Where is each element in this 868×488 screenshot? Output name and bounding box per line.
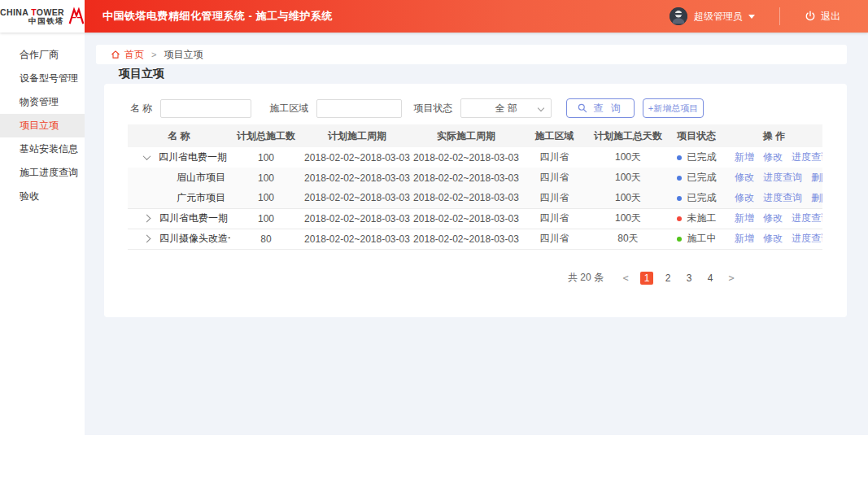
logout-button[interactable]: 退出 — [805, 10, 840, 24]
logout-label: 退出 — [821, 10, 840, 24]
row-action-link[interactable]: 进度查询 — [792, 233, 822, 244]
area-filter-input[interactable] — [316, 99, 402, 118]
pagination-next-button[interactable]: > — [725, 272, 738, 285]
planned-period-cell: 2018-02-02~2018-03-03 — [302, 168, 412, 188]
area-filter-label: 施工区域 — [269, 102, 308, 115]
name-filter-input[interactable] — [160, 99, 251, 118]
status-dot — [677, 216, 682, 221]
project-name: 四川省电费一期 — [159, 151, 227, 163]
table-row: 广元市项目1002018-02-02~2018-03-032018-02-02~… — [128, 188, 822, 208]
row-action-link[interactable]: 进度查询 — [792, 212, 822, 224]
project-name: 眉山市项目 — [177, 172, 225, 183]
project-name: 四川省电费一期 — [159, 212, 228, 224]
pagination-page-button[interactable]: 2 — [661, 272, 674, 285]
column-header: 施工区域 — [520, 124, 589, 147]
expand-row-icon[interactable] — [143, 215, 151, 223]
column-header: 名 称 — [128, 124, 230, 147]
sidebar-item[interactable]: 验收 — [0, 185, 85, 208]
sidebar-item[interactable]: 物资管理 — [0, 90, 85, 114]
actual-period-cell: 2018-02-02~2018-03-03 — [412, 229, 520, 249]
chevron-down-icon — [538, 105, 544, 111]
row-action-link[interactable]: 新增 — [735, 233, 754, 244]
row-action-link[interactable]: 进度查询 — [763, 172, 802, 183]
status-select[interactable]: 全 部 — [460, 98, 552, 118]
planned-days-cell: 100天 — [589, 147, 667, 168]
brand-logo: CHINA TOWER 中国铁塔 — [0, 0, 85, 33]
search-button-label: 查 询 — [593, 102, 622, 115]
actions-cell: 新增修改进度查询删除 — [726, 229, 822, 249]
pagination-page-button[interactable]: 4 — [704, 272, 717, 285]
project-name: 广元市项目 — [177, 192, 225, 203]
user-name[interactable]: 超级管理员 — [694, 10, 743, 24]
column-header: 项目状态 — [667, 124, 726, 147]
projects-table: 名 称计划总施工数计划施工周期实际施工周期施工区域计划施工总天数项目状态操 作 … — [128, 124, 822, 250]
table-row: 眉山市项目1002018-02-02~2018-03-032018-02-02~… — [128, 168, 822, 188]
status-badge: 施工中 — [687, 233, 717, 244]
sidebar-nav: 合作厂商设备型号管理物资管理项目立项基站安装信息施工进度查询验收 — [0, 33, 85, 435]
project-name: 四川摄像头改造一期 — [159, 233, 230, 244]
area-cell: 四川省 — [520, 147, 589, 168]
sidebar-item[interactable]: 基站安装信息 — [0, 137, 85, 161]
area-cell: 四川省 — [520, 208, 589, 229]
actual-period-cell: 2018-02-02~2018-03-03 — [412, 208, 520, 229]
status-cell: 已完成 — [667, 168, 726, 188]
planned-count-cell: 100 — [230, 168, 302, 188]
header-divider — [779, 7, 780, 25]
area-cell: 四川省 — [520, 229, 589, 249]
status-badge: 未施工 — [687, 212, 717, 224]
sidebar-item[interactable]: 合作厂商 — [0, 43, 85, 67]
pagination: 共 20 条 < 1234 > — [568, 271, 742, 285]
app-title: 中国铁塔电费精细化管理系统 - 施工与维护系统 — [103, 9, 333, 24]
add-project-button[interactable]: +新增总项目 — [643, 98, 704, 118]
pagination-page-button[interactable]: 1 — [640, 272, 653, 285]
home-icon — [111, 50, 120, 59]
row-action-link[interactable]: 删除 — [811, 192, 822, 203]
user-avatar[interactable] — [670, 7, 687, 25]
sidebar-item[interactable]: 设备型号管理 — [0, 67, 85, 90]
actions-cell: 修改进度查询删除 — [726, 168, 822, 188]
planned-days-cell: 100天 — [589, 168, 667, 188]
expand-row-icon[interactable] — [143, 235, 151, 243]
column-header: 计划施工总天数 — [589, 124, 667, 147]
header-right: 超级管理员 退出 — [670, 7, 868, 25]
row-action-link[interactable]: 修改 — [763, 151, 783, 163]
sidebar-item[interactable]: 项目立项 — [0, 114, 85, 137]
sidebar-item[interactable]: 施工进度查询 — [0, 161, 85, 185]
table-row: 四川摄像头改造一期802018-02-02~2018-03-032018-02-… — [128, 229, 822, 249]
actual-period-cell: 2018-02-02~2018-03-03 — [412, 168, 520, 188]
filter-bar: 名 称 施工区域 项目状态 全 部 查 询 — [130, 98, 704, 118]
actions-cell: 新增修改进度查询删除 — [726, 208, 822, 229]
breadcrumb-home-link[interactable]: 首页 — [124, 48, 144, 62]
planned-days-cell: 100天 — [589, 188, 667, 208]
status-cell: 未施工 — [667, 208, 726, 229]
row-action-link[interactable]: 修改 — [763, 233, 783, 244]
row-action-link[interactable]: 新增 — [735, 151, 754, 163]
status-badge: 已完成 — [687, 151, 717, 163]
project-name-cell: 四川省电费一期 — [128, 147, 230, 168]
status-filter-label: 项目状态 — [413, 102, 452, 115]
row-action-link[interactable]: 修改 — [763, 212, 783, 224]
status-dot — [677, 155, 682, 160]
row-action-link[interactable]: 新增 — [735, 212, 754, 224]
row-action-link[interactable]: 进度查询 — [763, 192, 802, 203]
chevron-down-icon[interactable] — [748, 15, 755, 19]
status-badge: 已完成 — [687, 192, 717, 203]
row-action-link[interactable]: 修改 — [735, 192, 754, 203]
row-action-link[interactable]: 修改 — [735, 172, 754, 183]
search-icon — [578, 103, 587, 113]
pagination-pages: 1234 — [636, 272, 721, 285]
table-body: 四川省电费一期1002018-02-02~2018-03-032018-02-0… — [128, 147, 822, 249]
pagination-page-button[interactable]: 3 — [683, 272, 696, 285]
table-header: 名 称计划总施工数计划施工周期实际施工周期施工区域计划施工总天数项目状态操 作 — [128, 124, 822, 147]
row-action-link[interactable]: 进度查询 — [792, 151, 822, 163]
page-title: 项目立项 — [119, 67, 164, 81]
brand-logo-text: CHINA TOWER 中国铁塔 — [0, 8, 64, 25]
power-icon — [805, 11, 816, 22]
pagination-prev-button[interactable]: < — [619, 272, 632, 285]
search-button[interactable]: 查 询 — [566, 98, 634, 118]
collapse-row-icon[interactable] — [143, 152, 151, 160]
row-action-link[interactable]: 删除 — [811, 172, 822, 183]
status-cell: 已完成 — [667, 188, 726, 208]
table-row: 四川省电费一期1002018-02-02~2018-03-032018-02-0… — [128, 147, 822, 168]
actual-period-cell: 2018-02-02~2018-03-03 — [412, 188, 520, 208]
